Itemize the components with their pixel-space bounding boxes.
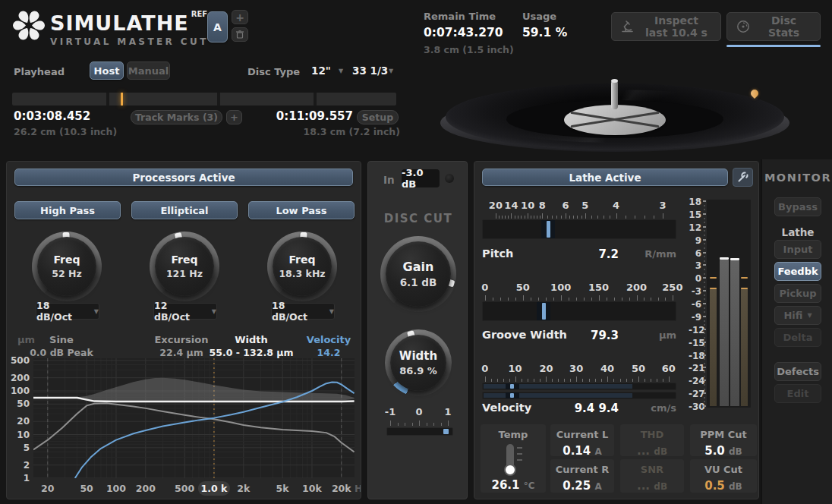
meter-tick-dash bbox=[703, 264, 706, 266]
groove-tick-minor bbox=[508, 298, 509, 301]
meter-tick-dash bbox=[703, 226, 706, 228]
gain-knob[interactable]: Gain 6.1 dB bbox=[380, 236, 456, 312]
balance-slider[interactable]: -101 bbox=[368, 406, 468, 443]
monitor-bypass-button[interactable]: Bypass bbox=[774, 197, 821, 216]
input-level-value[interactable]: -3.0 dB bbox=[402, 169, 440, 187]
lathe-settings-button[interactable] bbox=[733, 168, 753, 187]
x-tick-label[interactable]: 10k bbox=[302, 483, 322, 494]
meter-tick-dot bbox=[704, 350, 705, 351]
monitor-input-button[interactable]: Input bbox=[774, 240, 821, 259]
spindle-pin bbox=[611, 80, 618, 109]
width-knob[interactable]: Width 86.9 % bbox=[385, 329, 452, 396]
x-tick-label[interactable]: 500 bbox=[175, 483, 194, 494]
elliptical-freq-knob[interactable]: Freq 121 Hz bbox=[150, 232, 219, 301]
spindle-cap bbox=[611, 79, 618, 83]
velocity-indicator[interactable] bbox=[510, 384, 514, 389]
x-tick-label[interactable]: 100 bbox=[106, 483, 126, 494]
balance-handle[interactable] bbox=[443, 429, 449, 434]
monitor-edit-button[interactable]: Edit bbox=[774, 384, 821, 403]
pitch-tick-minor bbox=[505, 216, 506, 219]
ppm-cut-cell: PPM Cut 5.0 dB bbox=[690, 424, 757, 456]
monitor-defects-button[interactable]: Defects bbox=[774, 362, 821, 381]
pitch-tick-minor bbox=[597, 216, 598, 219]
lathe-active-button[interactable]: Lathe Active bbox=[482, 169, 728, 186]
velocity-scale-label: 40 bbox=[600, 363, 614, 374]
low-pass-button[interactable]: Low Pass bbox=[248, 201, 355, 219]
legend-label: Velocity bbox=[307, 334, 351, 345]
velocity-tick-minor bbox=[564, 379, 565, 382]
velocity-bar[interactable] bbox=[482, 383, 676, 390]
thermometer-icon bbox=[502, 444, 525, 474]
preset-add-button[interactable]: + bbox=[232, 10, 248, 24]
processors-active-button[interactable]: Processors Active bbox=[14, 169, 353, 186]
balance-track[interactable] bbox=[386, 427, 453, 436]
meter-peak-hold bbox=[710, 277, 717, 279]
add-track-mark-button[interactable]: + bbox=[226, 110, 242, 124]
track-marks-button[interactable]: Track Marks (3) bbox=[131, 110, 222, 124]
velocity-tick-minor bbox=[651, 379, 651, 382]
x-tick-label[interactable]: 200 bbox=[136, 483, 156, 494]
track-mark[interactable] bbox=[106, 93, 109, 106]
low-pass-slope-dropdown[interactable]: 18 dB/Oct▼ bbox=[271, 303, 335, 320]
x-tick-label[interactable]: 2k bbox=[237, 483, 251, 494]
setup-button[interactable]: Setup bbox=[357, 110, 399, 124]
high-pass-button[interactable]: High Pass bbox=[14, 201, 121, 219]
monitor-button-label: Input bbox=[783, 244, 813, 255]
velocity-indicator[interactable] bbox=[510, 393, 514, 398]
velocity-bar[interactable] bbox=[482, 392, 676, 399]
monitor-delta-button[interactable]: Delta bbox=[774, 328, 821, 347]
high-pass-slope-dropdown[interactable]: 18 dB/Oct▼ bbox=[36, 303, 99, 320]
x-axis-unit: Hz bbox=[355, 483, 361, 494]
x-tick-label[interactable]: 5k bbox=[276, 483, 290, 494]
balance-tick bbox=[433, 423, 434, 426]
input-trim-knob[interactable] bbox=[445, 174, 454, 183]
disc-size-caret-icon[interactable]: ▼ bbox=[339, 68, 343, 74]
monitor-feedbk-button[interactable]: Feedbk bbox=[774, 262, 821, 281]
pitch-bar[interactable] bbox=[482, 219, 676, 239]
playhead-host-button[interactable]: Host bbox=[90, 61, 124, 80]
disc-size-select[interactable]: 12" bbox=[311, 65, 331, 77]
groove-tick-minor bbox=[538, 298, 539, 301]
track-mark[interactable] bbox=[314, 93, 317, 106]
y-tick-label: 10 bbox=[17, 430, 30, 440]
disc-speed-caret-icon[interactable]: ▼ bbox=[389, 68, 393, 74]
playhead-manual-button[interactable]: Manual bbox=[127, 61, 170, 80]
monitor-hifi-button[interactable]: Hifi▼ bbox=[774, 306, 821, 325]
balance-tick bbox=[412, 423, 413, 426]
meter-tick-dash bbox=[703, 405, 706, 407]
meter-tick-label: -27 bbox=[689, 389, 701, 399]
meter-tick-label: -30 bbox=[689, 402, 701, 412]
groove-tick bbox=[561, 295, 562, 301]
pitch-tick-minor bbox=[518, 216, 518, 219]
meter-tick-label: -18 bbox=[689, 351, 701, 361]
preset-delete-button[interactable] bbox=[232, 27, 248, 42]
disc-speed-select[interactable]: 33 1/3 bbox=[352, 65, 388, 77]
meter-peak-hold bbox=[720, 257, 729, 260]
meter-tick-dot bbox=[704, 273, 705, 275]
high-pass-freq-knob[interactable]: Freq 52 Hz bbox=[32, 232, 102, 301]
elliptical-slope-dropdown[interactable]: 12 dB/Oct▼ bbox=[153, 303, 217, 320]
groove-bar[interactable] bbox=[482, 301, 676, 321]
x-tick-label[interactable]: 20 bbox=[41, 483, 55, 494]
low-pass-freq-knob[interactable]: Freq 18.3 kHz bbox=[267, 232, 337, 301]
playhead-cursor[interactable] bbox=[121, 93, 123, 106]
groove-indicator[interactable] bbox=[542, 303, 546, 320]
track-mark[interactable] bbox=[217, 93, 220, 106]
velocity-tick-minor bbox=[570, 379, 571, 382]
elliptical-button[interactable]: Elliptical bbox=[131, 201, 238, 219]
disc-stats-button[interactable]: Disc Stats bbox=[726, 12, 821, 41]
meter-tick-dot bbox=[704, 397, 705, 398]
preset-selector-button[interactable]: A bbox=[207, 11, 228, 43]
monitor-button-label: Delta bbox=[783, 332, 812, 343]
timeline-bar[interactable] bbox=[12, 93, 396, 106]
monitor-pickup-button[interactable]: Pickup bbox=[774, 284, 821, 303]
inspect-button[interactable]: Inspect last 10.4 s bbox=[611, 12, 721, 41]
velocity-tick bbox=[485, 376, 486, 382]
groove-width-label: Groove Width bbox=[482, 329, 567, 341]
pitch-indicator[interactable] bbox=[547, 221, 550, 238]
groove-scale-label: 200 bbox=[626, 282, 647, 293]
x-tick-label[interactable]: 20k bbox=[332, 483, 351, 494]
x-tick-label[interactable]: 50 bbox=[80, 483, 93, 494]
pitch-tick-minor bbox=[537, 216, 537, 219]
x-tick-label[interactable]: 1.0 k bbox=[201, 483, 228, 494]
